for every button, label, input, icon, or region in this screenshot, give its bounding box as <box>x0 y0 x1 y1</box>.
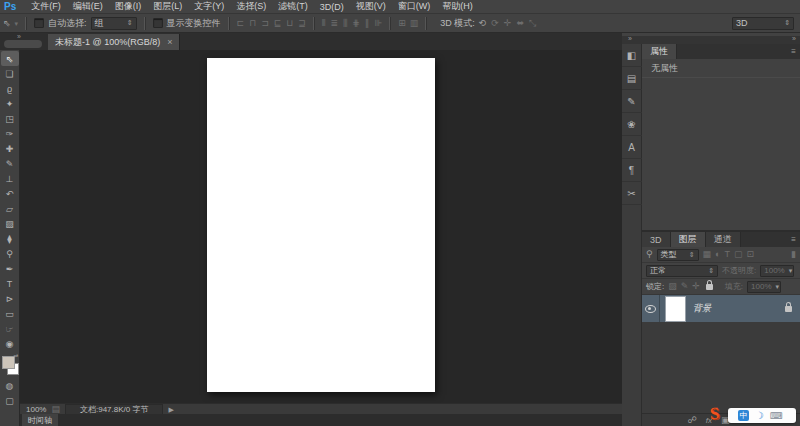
filter-type-dropdown[interactable]: 类型 ⇕ <box>657 249 699 261</box>
filter-toggle-icon[interactable]: ▮ <box>791 250 796 259</box>
marquee-tool[interactable]: ❏ <box>1 66 19 81</box>
shape-tool[interactable]: ▭ <box>1 306 19 321</box>
filter-type-icon[interactable]: T <box>725 250 731 259</box>
crop-tool[interactable]: ◳ <box>1 111 19 126</box>
tab-layers[interactable]: 图层 <box>671 232 706 247</box>
tool-preset-arrow-icon[interactable]: ▾ <box>15 20 19 27</box>
lasso-tool[interactable]: ϱ <box>1 81 19 96</box>
distribute-right-icon[interactable]: ⊪ <box>374 19 382 28</box>
healing-brush-tool[interactable]: ✚ <box>1 141 19 156</box>
distribute-spacing-icon[interactable]: ⊞ <box>398 19 406 28</box>
night-mode-icon[interactable]: ☽ <box>755 410 764 421</box>
zoom-tool[interactable]: ◉ <box>1 336 19 351</box>
document-tab[interactable]: 未标题-1 @ 100%(RGB/8) × <box>48 34 180 50</box>
menu-view[interactable]: 视图(V) <box>350 0 392 13</box>
canvas[interactable] <box>207 58 435 392</box>
filter-shape-icon[interactable]: ▢ <box>734 250 743 259</box>
status-expand-icon[interactable]: ▶ <box>168 406 173 413</box>
3d-slide-icon[interactable]: ⬌ <box>516 19 524 28</box>
ime-language-badge[interactable]: 中 <box>738 410 749 421</box>
align-bottom-icon[interactable]: ⊒ <box>298 19 306 28</box>
menu-file[interactable]: 文件(F) <box>25 0 67 13</box>
distribute-v-center-icon[interactable]: ≣ <box>331 19 339 28</box>
visibility-cell[interactable] <box>642 295 660 322</box>
tab-properties[interactable]: 属性 <box>642 44 677 59</box>
brush-tool[interactable]: ✎ <box>1 156 19 171</box>
auto-align-icon[interactable]: ▥ <box>410 19 419 28</box>
screen-mode-button[interactable]: ▢ <box>1 393 19 408</box>
align-left-icon[interactable]: ⊏ <box>237 19 245 28</box>
link-layers-icon[interactable]: ☍ <box>688 416 697 425</box>
collapse-dock-icon[interactable]: » <box>792 35 796 42</box>
show-transform-checkbox[interactable] <box>153 18 163 28</box>
align-v-center-icon[interactable]: ⊔ <box>286 19 293 28</box>
collapse-arrows-icon[interactable]: » <box>17 33 21 40</box>
layer-thumbnail[interactable] <box>665 296 686 322</box>
fill-dropdown[interactable]: 100% ▾ <box>747 281 781 293</box>
lock-transparency-icon[interactable]: ▨ <box>668 282 677 291</box>
collapsed-panel-pill[interactable] <box>4 40 42 48</box>
menu-select[interactable]: 选择(S) <box>230 0 272 13</box>
opacity-dropdown[interactable]: 100% ▾ <box>760 265 794 277</box>
3d-scale-icon[interactable]: ⤡ <box>529 19 536 28</box>
layer-row-background[interactable]: 背景 <box>642 295 800 322</box>
brush-presets-icon[interactable]: ❀ <box>622 113 642 136</box>
distribute-h-center-icon[interactable]: ∥ <box>365 19 370 28</box>
filter-smart-object-icon[interactable]: ⊡ <box>747 250 755 259</box>
auto-select-dropdown[interactable]: 组 ⇕ <box>91 17 137 30</box>
menu-window[interactable]: 窗口(W) <box>392 0 437 13</box>
brush-panel-icon[interactable]: ✎ <box>622 90 642 113</box>
menu-type[interactable]: 文字(Y) <box>188 0 230 13</box>
notes-panel-icon[interactable]: ✂ <box>622 182 642 205</box>
filter-adjustment-icon[interactable]: ◐ <box>715 250 720 259</box>
auto-select-checkbox[interactable] <box>34 18 44 28</box>
distribute-bottom-icon[interactable]: ⫼ <box>343 19 347 28</box>
blend-mode-dropdown[interactable]: 正常 ⇕ <box>646 265 718 277</box>
blur-tool[interactable]: ⧫ <box>1 231 19 246</box>
lock-all-icon[interactable] <box>706 284 713 290</box>
align-h-center-icon[interactable]: ⊓ <box>249 19 256 28</box>
sogou-logo[interactable]: S <box>709 404 720 425</box>
3d-rotate-icon[interactable]: ⟲ <box>479 19 487 28</box>
menu-help[interactable]: 帮助(H) <box>436 0 479 13</box>
panel-menu-icon[interactable]: ≡ <box>791 47 796 56</box>
move-tool[interactable]: ⇖ <box>1 51 19 66</box>
layer-name[interactable]: 背景 <box>693 302 785 315</box>
filter-image-icon[interactable]: ▦ <box>703 250 712 259</box>
align-right-icon[interactable]: ⊐ <box>261 19 269 28</box>
menu-filter[interactable]: 滤镜(T) <box>272 0 314 13</box>
collapse-strip-icon[interactable]: » <box>628 35 632 42</box>
3d-pan-icon[interactable]: ✛ <box>504 19 512 28</box>
tab-3d[interactable]: 3D <box>642 232 671 247</box>
menu-layer[interactable]: 图层(L) <box>147 0 188 13</box>
workspace-switcher[interactable]: 3D ⇕ <box>732 17 794 30</box>
close-icon[interactable]: × <box>167 37 172 47</box>
pen-tool[interactable]: ✒ <box>1 261 19 276</box>
align-top-icon[interactable]: ⊑ <box>274 19 282 28</box>
lock-position-icon[interactable]: ✛ <box>692 282 700 291</box>
lock-image-icon[interactable]: ✎ <box>681 282 689 291</box>
gradient-tool[interactable]: ▨ <box>1 216 19 231</box>
move-tool-preset-icon[interactable]: ⇖ <box>3 19 11 28</box>
3d-roll-icon[interactable]: ⟳ <box>491 19 499 28</box>
hand-tool[interactable]: ☞ <box>1 321 19 336</box>
quick-mask-button[interactable]: ◍ <box>1 378 19 393</box>
tab-channels[interactable]: 通道 <box>706 232 741 247</box>
eyedropper-tool[interactable]: ✑ <box>1 126 19 141</box>
ime-toolbox-icon[interactable]: ⌨ <box>770 411 783 421</box>
timeline-tab[interactable]: 时间轴 <box>22 414 58 426</box>
distribute-top-icon[interactable]: ⫴ <box>322 19 326 28</box>
quick-selection-tool[interactable]: ✦ <box>1 96 19 111</box>
foreground-color-swatch[interactable] <box>2 356 15 369</box>
styles-icon[interactable]: ▤ <box>622 67 642 90</box>
menu-3d[interactable]: 3D(D) <box>314 2 350 12</box>
character-panel-icon[interactable]: A <box>622 136 642 159</box>
menu-image[interactable]: 图像(I) <box>109 0 148 13</box>
history-brush-tool[interactable]: ↶ <box>1 186 19 201</box>
type-tool[interactable]: T <box>1 276 19 291</box>
path-selection-tool[interactable]: ⊳ <box>1 291 19 306</box>
menu-edit[interactable]: 编辑(E) <box>67 0 109 13</box>
dodge-tool[interactable]: ⚲ <box>1 246 19 261</box>
panel-menu-icon[interactable]: ≡ <box>791 235 796 244</box>
eraser-tool[interactable]: ▱ <box>1 201 19 216</box>
